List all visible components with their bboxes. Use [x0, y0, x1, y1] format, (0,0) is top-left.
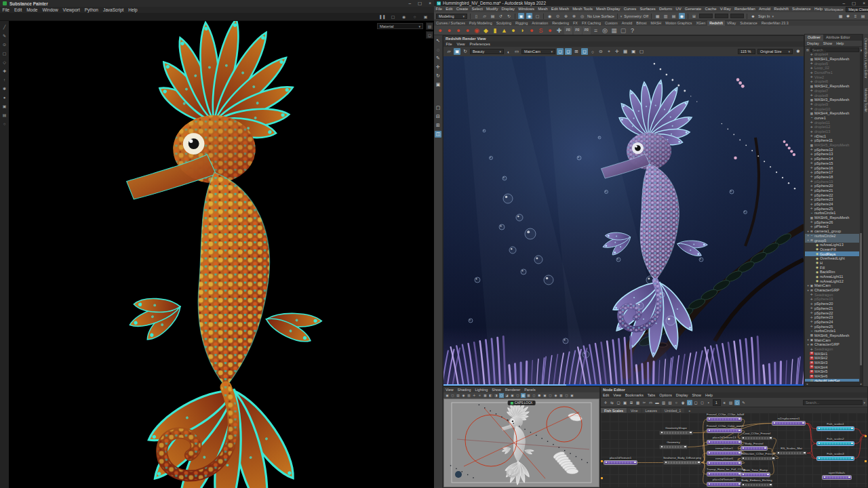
- snap-curve-icon[interactable]: ⊙: [555, 13, 561, 19]
- node-editor-menu-tabs[interactable]: Tabs: [646, 392, 657, 398]
- outliner-item[interactable]: ✛pSphere23: [805, 197, 859, 202]
- viewport-tool-icon[interactable]: ▥: [467, 393, 471, 398]
- rv-toggle-c-icon[interactable]: ◻: [581, 48, 588, 55]
- scale-tool-icon[interactable]: ▣: [435, 81, 441, 88]
- dock-tab-channel-box-layer-editor[interactable]: Channel Box / Layer Editor: [864, 38, 868, 79]
- outliner-item[interactable]: ▾▣MainCam: [805, 283, 859, 288]
- redshift-render-icon[interactable]: ●: [436, 26, 444, 35]
- maya-menu-file[interactable]: File: [434, 6, 444, 12]
- shelf-help-icon[interactable]: ?: [629, 26, 637, 35]
- node-in-port[interactable]: [709, 441, 711, 443]
- maya-menu-mesh-tools[interactable]: Mesh Tools: [571, 6, 595, 12]
- viewport-tool-icon[interactable]: ▣: [570, 393, 574, 398]
- graph-node[interactable]: Fresnel_COlor_COlor_falloff: [707, 413, 742, 422]
- maya-menu-renderman[interactable]: RenderMan: [732, 6, 757, 12]
- outliner-vertical-scrollbar[interactable]: [860, 52, 862, 382]
- shelf-tab-redshift[interactable]: Redshift: [707, 20, 725, 26]
- node-editor-graph[interactable]: GeometryShapeGeometryplace2dTexture1Seah…: [601, 413, 867, 487]
- outliner-menu-show[interactable]: Show: [821, 41, 835, 46]
- node-editor-zoom-value[interactable]: 1: [713, 399, 721, 406]
- outliner-item[interactable]: ▾⊞CharacterGRP: [805, 342, 859, 347]
- outliner-item[interactable]: ◉rsAreaLight11: [805, 274, 859, 279]
- node-in-port[interactable]: [661, 432, 663, 434]
- sp-tool-icon[interactable]: ╱: [1, 24, 7, 30]
- outliner-item[interactable]: ▾▣MainCam: [805, 338, 859, 342]
- maya-menu-modify[interactable]: Modify: [484, 6, 500, 12]
- shelf-proxy-2-icon[interactable]: PR: [583, 26, 591, 35]
- node-editor-tool-icon[interactable]: ▢: [693, 400, 698, 405]
- sp-tool-icon[interactable]: ⊙: [1, 41, 7, 47]
- select-tool-icon[interactable]: ↖: [435, 37, 441, 44]
- node-out-port[interactable]: [634, 462, 636, 464]
- outliner-item[interactable]: ✛pSphere25: [805, 324, 859, 329]
- node-in-port[interactable]: [824, 476, 826, 479]
- node-in-port[interactable]: [709, 452, 711, 454]
- node-in-port[interactable]: [709, 483, 711, 485]
- maya-menu-redshift[interactable]: Redshift: [772, 6, 791, 12]
- node-editor-tool-icon[interactable]: ◻: [700, 400, 705, 405]
- sp-tool-icon[interactable]: ▣: [1, 103, 7, 109]
- outliner-item[interactable]: ✛droplet8: [805, 93, 859, 98]
- maya-menu-create[interactable]: Create: [454, 6, 470, 12]
- outliner-item[interactable]: ◉H: [805, 261, 859, 266]
- maya-menu-curves[interactable]: Curves: [622, 6, 638, 12]
- node-in-port[interactable]: [665, 462, 667, 464]
- node-in-port[interactable]: [661, 446, 663, 448]
- workspace-dropdown[interactable]: Maya Classic* ▾: [846, 7, 868, 12]
- rv-zoom-field[interactable]: 115 %: [738, 49, 755, 54]
- shelf-tab-fx[interactable]: FX: [571, 20, 580, 26]
- sp-viewport-mode-dropdown[interactable]: Material ▾: [377, 23, 423, 29]
- viewport-canvas[interactable]: ▦ CAPS LOCK: [443, 399, 599, 487]
- graph-node[interactable]: GeometryShape: [659, 426, 693, 435]
- add-attribute-icon[interactable]: ✚: [555, 26, 564, 35]
- move-tool-icon[interactable]: ✛: [435, 64, 441, 70]
- outliner-item[interactable]: ✛droplet9: [805, 102, 859, 107]
- viewport-tool-icon[interactable]: ▣: [445, 393, 450, 398]
- node-editor-tool-icon[interactable]: ◻: [734, 400, 740, 405]
- graph-node[interactable]: Fish_scales1: [816, 422, 854, 431]
- select-component-icon[interactable]: ▢: [534, 13, 540, 19]
- sp-menu-viewport[interactable]: Viewport: [60, 7, 82, 13]
- node-editor-tool-icon[interactable]: ⊞: [629, 400, 634, 405]
- rv-titlebar[interactable]: Redshift Render View: [443, 36, 804, 41]
- lasso-tool-icon[interactable]: ◌: [435, 46, 441, 53]
- viewport-tool-icon[interactable]: ▢: [564, 393, 569, 398]
- maya-menu-help[interactable]: Help: [812, 6, 824, 12]
- rv-menu-file[interactable]: File: [443, 41, 454, 47]
- ipr-render-icon[interactable]: ▤: [671, 13, 677, 19]
- sp-menu-edit[interactable]: Edit: [12, 7, 24, 13]
- rv-toggle-b-icon[interactable]: ◻: [565, 48, 572, 55]
- node-editor-titlebar[interactable]: Node Editor: [601, 387, 867, 392]
- outliner-menu-display[interactable]: Display: [805, 41, 821, 46]
- outliner-item[interactable]: ▾⊞CharacterGRP: [805, 288, 859, 293]
- maya-menu-substance[interactable]: Substance: [790, 6, 812, 12]
- new-scene-icon[interactable]: ▯: [473, 13, 479, 19]
- spot-light-icon[interactable]: ▲: [500, 26, 509, 35]
- graph-node[interactable]: Fish_scales3: [816, 452, 854, 461]
- shelf-tab-rendering[interactable]: Rendering: [550, 20, 571, 26]
- outliner-item[interactable]: ✛pPlane2: [805, 224, 859, 229]
- outliner-item[interactable]: MMASH2: [805, 356, 859, 361]
- rv-menu-preferences[interactable]: Preferences: [467, 41, 492, 47]
- pause-icon[interactable]: ❚❚: [379, 14, 385, 20]
- maya-maximize-button[interactable]: ▢: [852, 1, 856, 6]
- node-in-port[interactable]: [709, 473, 711, 475]
- node-out-port[interactable]: [767, 474, 769, 476]
- node-in-port[interactable]: [818, 428, 821, 430]
- outliner-item[interactable]: ▦MASH4_ReproMesh: [805, 111, 859, 116]
- area-light-icon[interactable]: ◆: [482, 26, 490, 35]
- render-current-icon[interactable]: ▥: [663, 13, 669, 19]
- node-editor-tool-icon[interactable]: ▭: [648, 400, 654, 405]
- point-light-icon[interactable]: ●: [509, 26, 517, 35]
- node-out-port[interactable]: [738, 430, 741, 432]
- outliner-item[interactable]: ✛pSphere18: [805, 175, 859, 180]
- outliner-item[interactable]: ▦MASH1_ReproMesh: [805, 57, 859, 62]
- outliner-item[interactable]: ◉Fill: [805, 265, 859, 270]
- graph-node[interactable]: Body_Emboss_Etching: [741, 479, 773, 487]
- layout-custom-icon[interactable]: ◫: [435, 131, 441, 138]
- cylinder-light-icon[interactable]: ▮: [491, 26, 499, 35]
- shelf-list-icon[interactable]: ≡: [592, 26, 600, 35]
- sp-menu-javascript[interactable]: JavaScript: [101, 7, 126, 13]
- maya-menu-mesh[interactable]: Mesh: [536, 6, 550, 12]
- outliner-item[interactable]: MMASH1: [805, 351, 859, 356]
